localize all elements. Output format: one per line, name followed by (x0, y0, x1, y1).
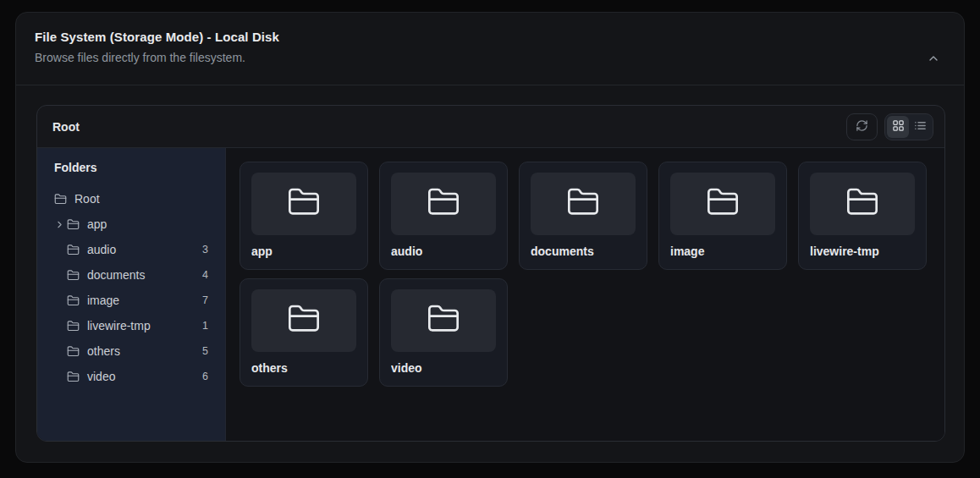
folder-name: video (391, 361, 496, 375)
sidebar-folder-app[interactable]: app (54, 212, 210, 237)
panel-title: File System (Storage Mode) - Local Disk (35, 30, 279, 44)
folder-count: 6 (202, 371, 210, 382)
panel-header: File System (Storage Mode) - Local Disk … (16, 13, 964, 85)
folder-count: 3 (202, 244, 210, 255)
toolbar-actions (846, 113, 933, 140)
folder-card-livewire-tmp[interactable]: livewire-tmp (798, 162, 927, 270)
folder-label: documents (87, 268, 202, 282)
folder-thumbnail (670, 173, 775, 235)
folder-label: audio (87, 243, 202, 256)
folder-icon (67, 320, 80, 332)
file-system-panel: File System (Storage Mode) - Local Disk … (15, 12, 965, 463)
sidebar-folder-others[interactable]: others5 (54, 338, 210, 364)
folder-card-image[interactable]: image (658, 162, 787, 270)
folder-card-documents[interactable]: documents (519, 162, 647, 270)
folder-card-others[interactable]: others (239, 278, 368, 387)
refresh-icon (856, 119, 868, 135)
folder-icon (54, 193, 67, 206)
folder-icon (67, 294, 80, 307)
chevron-right-icon (54, 219, 67, 230)
folder-name: others (251, 361, 356, 375)
folder-label: video (87, 370, 202, 383)
panel-subtitle: Browse files directly from the filesyste… (35, 51, 279, 64)
list-view-button[interactable] (909, 116, 931, 138)
header-divider (16, 85, 964, 85)
folder-icon (67, 269, 80, 282)
folder-label: app (87, 217, 210, 231)
layout-grid-icon (892, 119, 905, 135)
file-browser: Root (36, 105, 945, 442)
folders-heading: Folders (54, 161, 210, 174)
folder-count: 7 (202, 294, 210, 306)
folder-icon (67, 218, 80, 231)
folder-card-app[interactable]: app (239, 162, 368, 270)
folder-count: 5 (202, 345, 210, 357)
folder-grid: appaudiodocumentsimagelivewire-tmpothers… (226, 148, 944, 441)
folder-icon (427, 302, 460, 339)
folder-label: Root (74, 192, 210, 206)
folder-icon (566, 185, 600, 223)
folder-icon (845, 185, 879, 223)
folder-name: app (251, 244, 356, 258)
view-toggle (884, 113, 933, 140)
folder-label: others (87, 344, 202, 358)
folder-thumbnail (391, 289, 496, 352)
sidebar-folder-video[interactable]: video6 (54, 364, 210, 389)
refresh-button[interactable] (846, 113, 878, 140)
folder-label: image (87, 294, 202, 307)
breadcrumb[interactable]: Root (52, 120, 80, 134)
folder-icon (287, 302, 321, 339)
folder-count: 4 (202, 269, 210, 281)
folder-count: 1 (202, 320, 210, 332)
folder-name: audio (391, 244, 496, 258)
folder-icon (427, 185, 460, 223)
sidebar-folder-documents[interactable]: documents4 (54, 262, 210, 288)
folder-name: image (670, 244, 775, 258)
folder-icon (67, 345, 80, 358)
chevron-up-icon (927, 52, 940, 68)
browser-toolbar: Root (37, 106, 944, 148)
folder-label: livewire-tmp (87, 319, 202, 332)
sidebar-folder-image[interactable]: image7 (54, 288, 210, 313)
sidebar-folder-livewire-tmp[interactable]: livewire-tmp1 (54, 313, 210, 338)
folder-icon (67, 244, 80, 256)
folder-tree: Rootappaudio3documents4image7livewire-tm… (54, 186, 210, 389)
folder-card-audio[interactable]: audio (379, 162, 508, 270)
folder-card-video[interactable]: video (379, 278, 508, 387)
folder-icon (287, 185, 321, 223)
folder-name: documents (531, 244, 636, 258)
folder-thumbnail (810, 173, 915, 235)
sidebar-folder-root[interactable]: Root (54, 186, 210, 212)
collapse-button[interactable] (923, 48, 944, 71)
folder-icon (67, 371, 80, 383)
grid-view-button[interactable] (887, 116, 909, 138)
folder-thumbnail (531, 173, 636, 235)
browser-body: Folders Rootappaudio3documents4image7liv… (37, 148, 944, 441)
folders-sidebar: Folders Rootappaudio3documents4image7liv… (37, 148, 226, 441)
sidebar-folder-audio[interactable]: audio3 (54, 237, 210, 262)
folder-thumbnail (251, 173, 356, 235)
panel-header-text: File System (Storage Mode) - Local Disk … (35, 30, 279, 64)
folder-thumbnail (391, 173, 496, 235)
folder-name: livewire-tmp (810, 244, 915, 258)
list-icon (914, 119, 927, 135)
folder-thumbnail (251, 289, 356, 352)
folder-icon (706, 185, 740, 223)
